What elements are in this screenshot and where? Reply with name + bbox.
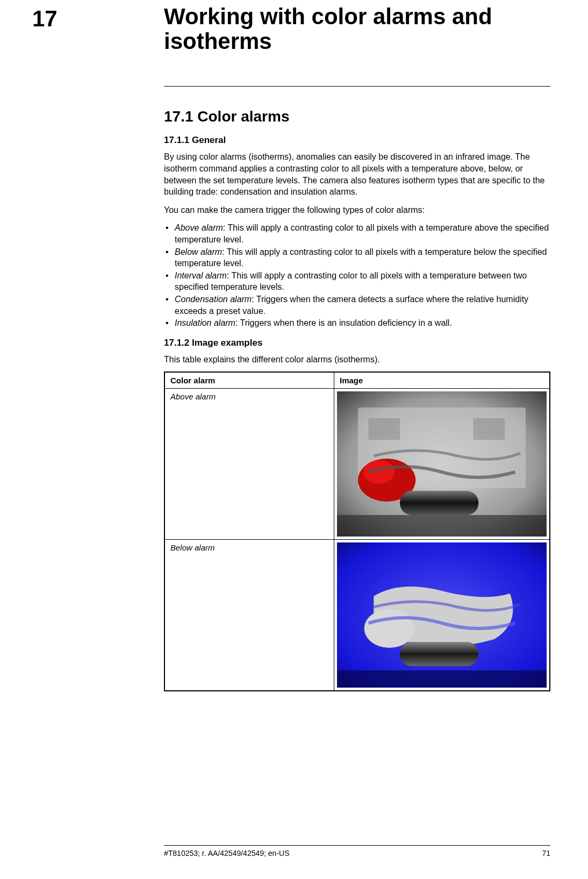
alarm-table: Color alarm Image Above alarm — [164, 371, 550, 691]
thermal-image-above — [337, 391, 547, 537]
general-para-1: By using color alarms (isotherms), anoma… — [164, 151, 550, 197]
alarm-desc: : This will apply a contrasting color to… — [175, 271, 527, 292]
svg-rect-10 — [400, 642, 478, 666]
list-item: Insulation alarm: Triggers when there is… — [164, 317, 550, 329]
subsection-examples-heading: 17.1.2 Image examples — [164, 338, 550, 348]
svg-point-9 — [364, 609, 415, 648]
alarm-term: Interval alarm — [175, 271, 227, 280]
list-item: Above alarm: This will apply a contrasti… — [164, 222, 550, 245]
svg-rect-7 — [337, 515, 547, 537]
svg-rect-6 — [400, 491, 478, 515]
svg-rect-3 — [473, 418, 505, 440]
alarm-desc: : This will apply a contrasting color to… — [175, 223, 549, 244]
table-header-col1: Color alarm — [164, 372, 334, 389]
table-header-col2: Image — [334, 372, 550, 389]
alarm-desc: : Triggers when there is an insulation d… — [235, 318, 452, 327]
list-item: Interval alarm: This will apply a contra… — [164, 270, 550, 293]
alarm-term: Condensation alarm — [175, 295, 252, 304]
footer-docid: #T810253; r. AA/42549/42549; en-US — [164, 849, 290, 857]
alarm-term: Below alarm — [175, 247, 222, 256]
subsection-general-heading: 17.1.1 General — [164, 135, 550, 146]
table-cell-image — [334, 540, 550, 691]
section-heading: 17.1 Color alarms — [164, 108, 550, 125]
table-cell-label: Below alarm — [164, 540, 334, 691]
chapter-number: 17 — [32, 4, 164, 30]
alarm-list: Above alarm: This will apply a contrasti… — [164, 222, 550, 328]
table-cell-image — [334, 389, 550, 540]
table-cell-label: Above alarm — [164, 389, 334, 540]
page-footer: #T810253; r. AA/42549/42549; en-US 71 — [32, 845, 556, 857]
chapter-header: 17 Working with color alarms and isother… — [32, 0, 556, 54]
svg-point-5 — [363, 460, 395, 484]
thermal-image-below — [337, 542, 547, 688]
svg-rect-2 — [368, 418, 400, 440]
table-row: Below alarm — [164, 540, 550, 691]
general-para-2: You can make the camera trigger the foll… — [164, 204, 550, 216]
svg-rect-11 — [337, 670, 547, 688]
alarm-desc: : This will apply a contrasting color to… — [175, 247, 547, 268]
examples-intro: This table explains the different color … — [164, 354, 550, 366]
list-item: Condensation alarm: Triggers when the ca… — [164, 294, 550, 317]
alarm-term: Insulation alarm — [175, 318, 235, 327]
alarm-term: Above alarm — [175, 223, 223, 232]
list-item: Below alarm: This will apply a contrasti… — [164, 246, 550, 269]
table-row: Above alarm — [164, 389, 550, 540]
chapter-title: Working with color alarms and isotherms — [164, 4, 556, 54]
footer-page-number: 71 — [542, 849, 550, 857]
divider-top — [164, 86, 550, 87]
